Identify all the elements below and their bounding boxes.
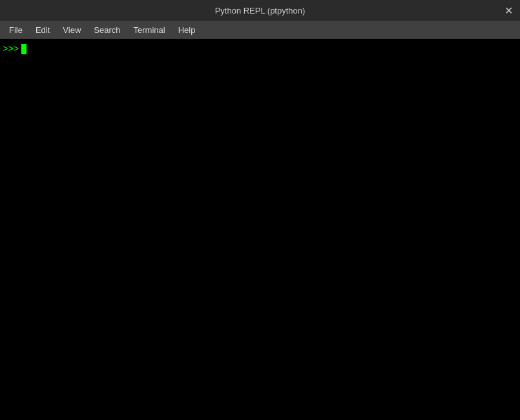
- menu-bar: File Edit View Search Terminal Help: [0, 21, 520, 39]
- menu-terminal[interactable]: Terminal: [127, 23, 172, 37]
- title-bar-title: Python REPL (ptpython): [175, 6, 345, 16]
- menu-help[interactable]: Help: [172, 23, 202, 37]
- terminal-prompt-line: >>>: [3, 44, 517, 54]
- terminal-area[interactable]: >>>: [0, 39, 520, 420]
- menu-view[interactable]: View: [56, 23, 87, 37]
- terminal-prompt: >>>: [3, 44, 19, 54]
- menu-edit[interactable]: Edit: [29, 23, 56, 37]
- close-button[interactable]: ✕: [502, 4, 515, 17]
- terminal-cursor: [21, 44, 26, 54]
- title-bar-right-spacer: ✕: [345, 4, 515, 17]
- menu-search[interactable]: Search: [87, 23, 127, 37]
- title-bar: Python REPL (ptpython) ✕: [0, 0, 520, 21]
- menu-file[interactable]: File: [3, 23, 29, 37]
